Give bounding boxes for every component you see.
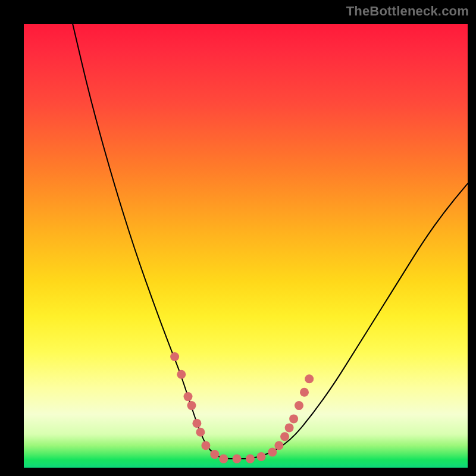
highlight-dot bbox=[295, 401, 303, 410]
highlight-dot bbox=[184, 392, 193, 401]
highlight-dot bbox=[219, 455, 228, 464]
chart-frame: TheBottleneck.com bbox=[0, 0, 476, 476]
highlight-dot bbox=[268, 447, 277, 456]
bottleneck-curve bbox=[73, 24, 468, 459]
highlight-dot bbox=[274, 441, 283, 450]
highlight-dot bbox=[280, 432, 289, 441]
highlight-dot bbox=[305, 374, 314, 383]
highlight-dot bbox=[201, 441, 210, 450]
bottleneck-curve-svg bbox=[24, 24, 468, 468]
highlight-dot bbox=[257, 452, 266, 461]
highlight-dots-group bbox=[170, 352, 314, 464]
highlight-dot bbox=[196, 428, 205, 437]
highlight-dot bbox=[246, 455, 255, 464]
highlight-dot bbox=[210, 450, 219, 459]
highlight-dot bbox=[300, 388, 309, 397]
highlight-dot bbox=[187, 401, 196, 410]
highlight-dot bbox=[233, 455, 242, 464]
highlight-dot bbox=[192, 419, 201, 428]
watermark-text: TheBottleneck.com bbox=[346, 4, 469, 19]
highlight-dot bbox=[170, 352, 179, 361]
plot-area bbox=[24, 24, 468, 468]
highlight-dot bbox=[177, 370, 186, 379]
highlight-dot bbox=[285, 423, 294, 432]
highlight-dot bbox=[289, 414, 298, 423]
